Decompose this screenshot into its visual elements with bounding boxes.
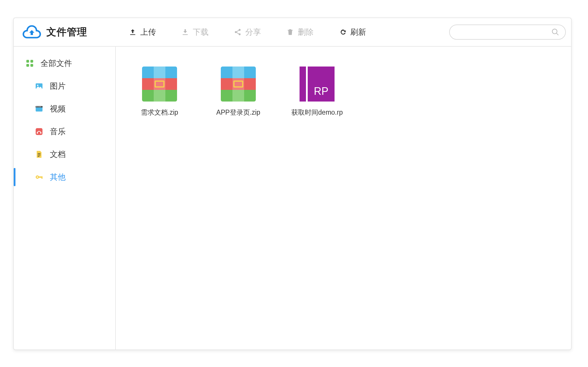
sidebar-label-music: 音乐 (50, 126, 66, 137)
svg-point-2 (239, 33, 241, 35)
download-button[interactable]: 下载 (181, 27, 209, 37)
refresh-label: 刷新 (350, 27, 366, 37)
svg-rect-5 (30, 60, 33, 62)
svg-rect-12 (36, 106, 37, 107)
file-item[interactable]: 需求文档.zip (133, 67, 186, 117)
search-icon[interactable] (551, 28, 559, 36)
file-item[interactable]: RP 获取时间demo.rp (291, 67, 343, 117)
app-window: 文件管理 上传 下载 分享 (13, 18, 572, 350)
cloud-logo-icon (22, 25, 42, 39)
sidebar-item-music[interactable]: 音乐 (14, 120, 115, 143)
search-input[interactable] (456, 28, 551, 36)
sidebar-label-all: 全部文件 (41, 58, 72, 69)
video-icon (35, 104, 43, 113)
zip-file-icon (221, 67, 256, 102)
upload-label: 上传 (140, 27, 156, 37)
delete-label: 删除 (298, 27, 314, 37)
sidebar-item-other[interactable]: 其他 (14, 166, 115, 188)
sidebar: 全部文件 图片 视频 音乐 (14, 47, 116, 349)
svg-point-0 (239, 29, 241, 31)
rp-badge: RP (308, 67, 335, 102)
file-item[interactable]: APP登录页.zip (212, 67, 265, 117)
rp-file-icon: RP (300, 67, 335, 102)
toolbar: 文件管理 上传 下载 分享 (14, 18, 571, 47)
download-label: 下载 (193, 27, 209, 37)
svg-rect-13 (38, 106, 38, 107)
app-body: 全部文件 图片 视频 音乐 (14, 47, 571, 349)
share-icon (234, 28, 242, 36)
sidebar-item-images[interactable]: 图片 (14, 75, 115, 97)
refresh-icon (339, 28, 347, 36)
sidebar-item-all-files[interactable]: 全部文件 (14, 52, 115, 75)
file-name: 需求文档.zip (141, 108, 178, 117)
file-name: APP登录页.zip (216, 108, 260, 117)
svg-point-20 (37, 176, 38, 178)
svg-point-9 (37, 85, 38, 86)
trash-icon (286, 28, 294, 36)
brand: 文件管理 (22, 25, 115, 39)
upload-icon (129, 28, 137, 36)
zip-file-icon (142, 67, 177, 102)
file-name: 获取时间demo.rp (291, 108, 343, 117)
upload-button[interactable]: 上传 (129, 27, 156, 37)
svg-point-3 (552, 29, 557, 34)
document-icon (35, 150, 43, 159)
image-icon (35, 82, 43, 90)
toolbar-actions: 上传 下载 分享 删除 (129, 27, 366, 37)
music-icon (35, 127, 43, 136)
sidebar-label-other: 其他 (50, 172, 66, 182)
svg-rect-15 (41, 106, 41, 107)
svg-rect-7 (30, 64, 33, 67)
svg-rect-22 (41, 176, 43, 179)
svg-rect-14 (39, 106, 40, 107)
app-title: 文件管理 (46, 25, 87, 39)
share-label: 分享 (245, 27, 261, 37)
search-box[interactable] (449, 25, 566, 40)
key-icon (35, 173, 43, 181)
sidebar-label-document: 文档 (50, 149, 66, 160)
refresh-button[interactable]: 刷新 (339, 27, 366, 37)
delete-button[interactable]: 删除 (286, 27, 314, 37)
download-icon (181, 28, 189, 36)
sidebar-label-images: 图片 (50, 81, 66, 91)
svg-rect-6 (26, 64, 29, 67)
sidebar-label-video: 视频 (50, 104, 66, 114)
svg-point-1 (235, 31, 237, 33)
sidebar-item-document[interactable]: 文档 (14, 143, 115, 166)
grid-icon (25, 59, 34, 68)
file-grid: 需求文档.zip APP登录页.zip RP (116, 47, 571, 349)
share-button[interactable]: 分享 (234, 27, 261, 37)
svg-point-17 (37, 132, 38, 134)
svg-point-18 (40, 132, 42, 134)
svg-rect-4 (26, 60, 29, 62)
sidebar-item-video[interactable]: 视频 (14, 97, 115, 120)
